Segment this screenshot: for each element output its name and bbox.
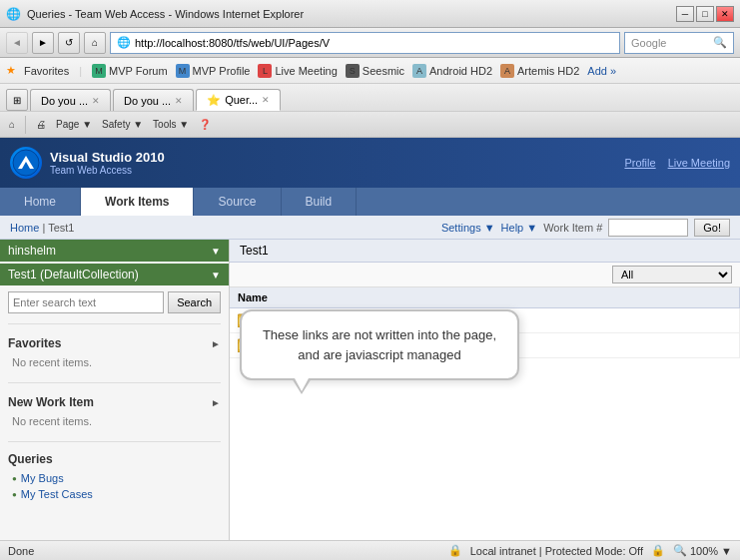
sidebar-new-work-item-section: New Work Item ► No recent items. bbox=[0, 387, 229, 437]
sidebar-search-button[interactable]: Search bbox=[168, 291, 221, 313]
tab-bar: ⊞ Do you ... ✕ Do you ... ✕ ⭐ Quer... ✕ bbox=[0, 84, 740, 112]
new-work-item-title: New Work Item bbox=[8, 395, 94, 409]
browser-search-box[interactable]: Google 🔍 bbox=[624, 32, 734, 54]
mvp-profile-icon: M bbox=[176, 64, 190, 78]
sidebar-favorites-title: Favorites bbox=[8, 336, 61, 350]
new-work-item-empty-text: No recent items. bbox=[12, 415, 92, 427]
breadcrumb-right: Settings ▼ Help ▼ Work Item # Go! bbox=[441, 219, 730, 237]
sidebar-divider-3 bbox=[8, 441, 221, 442]
sidebar-item-my-bugs[interactable]: ● My Bugs bbox=[8, 470, 221, 486]
workitem-input[interactable] bbox=[608, 219, 688, 237]
sidebar-new-work-item-content: No recent items. bbox=[8, 411, 221, 431]
live-meeting-icon: L bbox=[258, 64, 272, 78]
window-controls: ─ □ ✕ bbox=[676, 6, 734, 22]
toolbar-safety-btn[interactable]: Safety ▼ bbox=[99, 118, 146, 131]
app-tab-source[interactable]: Source bbox=[194, 188, 281, 216]
favorites-label[interactable]: Favorites bbox=[24, 65, 69, 77]
product-name: Visual Studio 2010 bbox=[50, 150, 165, 165]
breadcrumb-current: Test1 bbox=[48, 222, 74, 234]
collection-dropdown-arrow: ▼ bbox=[211, 270, 221, 280]
breadcrumb: Home | Test1 bbox=[10, 222, 74, 234]
address-icon: 🌐 bbox=[117, 36, 131, 49]
queries-section-title: Queries bbox=[8, 452, 221, 466]
browser-titlebar: 🌐 Queries - Team Web Access - Windows In… bbox=[0, 0, 740, 28]
nav-bar: ◄ ► ↺ ⌂ 🌐 http://localhost:8080/tfs/web/… bbox=[0, 28, 740, 58]
fav-add[interactable]: Add » bbox=[587, 65, 616, 77]
go-button[interactable]: Go! bbox=[694, 219, 730, 237]
zoom-icon: 🔍 bbox=[673, 544, 687, 557]
user-live-meeting-link[interactable]: Live Meeting bbox=[668, 157, 730, 169]
collection-selector[interactable]: Test1 (DefaultCollection) ▼ bbox=[0, 264, 229, 285]
tab-new-button[interactable]: ⊞ bbox=[6, 89, 28, 111]
fav-mvp-forum[interactable]: M MVP Forum bbox=[92, 64, 167, 78]
new-work-item-expand-icon: ► bbox=[211, 397, 221, 408]
window-title: Queries - Team Web Access - Windows Inte… bbox=[27, 8, 670, 20]
search-placeholder: Google bbox=[631, 37, 713, 49]
product-subtitle: Team Web Access bbox=[50, 165, 165, 176]
restore-button[interactable]: □ bbox=[696, 6, 714, 22]
sidebar-favorites-header[interactable]: Favorites ► bbox=[8, 334, 221, 352]
queries-section-header: Test1 bbox=[230, 240, 740, 263]
mvp-forum-icon: M bbox=[92, 64, 106, 78]
status-right: 🔒 Local intranet | Protected Mode: Off 🔒… bbox=[448, 544, 732, 557]
my-bugs-label: My Bugs bbox=[21, 472, 64, 484]
home-button[interactable]: ⌂ bbox=[84, 32, 106, 54]
content-area: hinshelm ▼ Test1 (DefaultCollection) ▼ S… bbox=[0, 240, 740, 540]
sidebar-search-input[interactable] bbox=[8, 291, 164, 313]
fav-android-hd2[interactable]: A Android HD2 bbox=[412, 64, 492, 78]
sidebar-divider-1 bbox=[8, 323, 221, 324]
tab-do-you-2-close[interactable]: ✕ bbox=[175, 96, 183, 106]
sidebar-item-my-test-cases[interactable]: ● My Test Cases bbox=[8, 486, 221, 502]
close-button[interactable]: ✕ bbox=[716, 6, 734, 22]
callout-text: These links are not written into the pag… bbox=[263, 327, 496, 362]
collection-name: Test1 (DefaultCollection) bbox=[8, 268, 139, 281]
app-tab-build[interactable]: Build bbox=[282, 188, 358, 216]
toolbar-tools-btn[interactable]: Tools ▼ bbox=[150, 118, 192, 131]
my-bugs-bullet-icon: ● bbox=[12, 474, 17, 483]
forward-button[interactable]: ► bbox=[32, 32, 54, 54]
tab-do-you-1-close[interactable]: ✕ bbox=[92, 96, 100, 106]
settings-button[interactable]: Settings ▼ bbox=[441, 222, 495, 234]
toolbar-bar: ⌂ 🖨 Page ▼ Safety ▼ Tools ▼ ❓ bbox=[0, 112, 740, 138]
search-icon: 🔍 bbox=[713, 36, 727, 49]
zoom-text: 100% bbox=[690, 545, 718, 557]
tab-queries[interactable]: ⭐ Quer... ✕ bbox=[196, 89, 281, 111]
user-dropdown-arrow: ▼ bbox=[211, 246, 221, 257]
favorites-empty-text: No recent items. bbox=[12, 356, 92, 368]
tab-do-you-2-label: Do you ... bbox=[124, 95, 171, 107]
toolbar-page-btn[interactable]: Page ▼ bbox=[53, 118, 95, 131]
status-bar: Done 🔒 Local intranet | Protected Mode: … bbox=[0, 540, 740, 560]
app-tab-work-items[interactable]: Work Items bbox=[81, 188, 194, 216]
fav-seesmic[interactable]: S Seesmic bbox=[346, 64, 404, 78]
sidebar-favorites-content: No recent items. bbox=[8, 352, 221, 372]
toolbar-help-btn[interactable]: ❓ bbox=[196, 118, 214, 131]
help-button[interactable]: Help ▼ bbox=[501, 222, 538, 234]
my-test-cases-label: My Test Cases bbox=[21, 488, 93, 500]
app-tab-home[interactable]: Home bbox=[0, 188, 81, 216]
fav-live-meeting[interactable]: L Live Meeting bbox=[258, 64, 337, 78]
user-selector[interactable]: hinshelm ▼ bbox=[0, 240, 229, 262]
refresh-button[interactable]: ↺ bbox=[58, 32, 80, 54]
address-text: http://localhost:8080/tfs/web/UI/Pages/V bbox=[135, 37, 613, 49]
address-bar[interactable]: 🌐 http://localhost:8080/tfs/web/UI/Pages… bbox=[110, 32, 620, 54]
vs-logo-icon bbox=[10, 147, 42, 179]
minimize-button[interactable]: ─ bbox=[676, 6, 694, 22]
queries-filter-dropdown[interactable]: All bbox=[612, 266, 732, 283]
breadcrumb-home-link[interactable]: Home bbox=[10, 222, 39, 234]
sidebar-new-work-item-header[interactable]: New Work Item ► bbox=[8, 393, 221, 411]
fav-mvp-profile[interactable]: M MVP Profile bbox=[176, 64, 251, 78]
tab-queries-close[interactable]: ✕ bbox=[262, 95, 270, 105]
tab-do-you-1[interactable]: Do you ... ✕ bbox=[30, 89, 111, 111]
android-hd2-icon: A bbox=[412, 64, 426, 78]
back-button[interactable]: ◄ bbox=[6, 32, 28, 54]
tab-queries-label: Quer... bbox=[225, 94, 258, 106]
queries-section-title-text: Test1 bbox=[240, 244, 269, 258]
search-section: Search bbox=[0, 285, 229, 319]
app-nav: Home Work Items Source Build bbox=[0, 188, 740, 216]
tab-do-you-2[interactable]: Do you ... ✕ bbox=[113, 89, 194, 111]
lock-icon: 🔒 bbox=[651, 544, 665, 557]
user-profile-link[interactable]: Profile bbox=[624, 157, 655, 169]
zoom-control[interactable]: 🔍 100% ▼ bbox=[673, 544, 732, 557]
toolbar-print-icon[interactable]: 🖨 bbox=[33, 118, 49, 131]
fav-artemis-hd2[interactable]: A Artemis HD2 bbox=[500, 64, 579, 78]
